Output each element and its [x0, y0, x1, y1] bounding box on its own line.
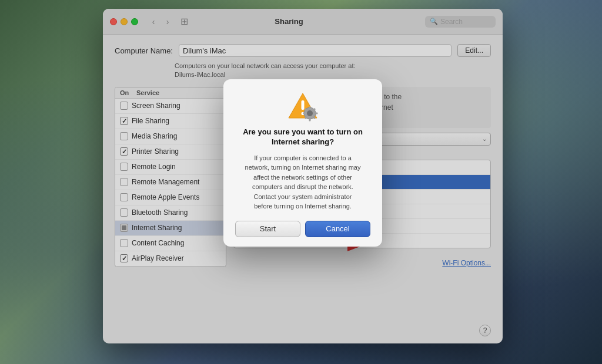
- sharing-window: ‹ › ⊞ Sharing 🔍 Search Computer Name: Ed…: [103, 9, 503, 343]
- modal-title: Are you sure you want to turn onInternet…: [243, 127, 363, 147]
- svg-rect-8: [309, 119, 311, 122]
- svg-point-6: [307, 110, 313, 116]
- modal-overlay: Are you sure you want to turn onInternet…: [103, 9, 503, 343]
- warning-icon: [287, 91, 318, 122]
- svg-rect-9: [303, 113, 306, 114]
- modal-body: If your computer is connected to a netwo…: [245, 153, 361, 211]
- cancel-button[interactable]: Cancel: [305, 221, 370, 237]
- svg-rect-10: [316, 113, 318, 114]
- svg-rect-3: [302, 100, 305, 110]
- alert-dialog: Are you sure you want to turn onInternet…: [223, 79, 382, 247]
- svg-rect-7: [309, 107, 311, 109]
- modal-buttons: Start Cancel: [235, 221, 370, 237]
- start-button[interactable]: Start: [235, 221, 300, 237]
